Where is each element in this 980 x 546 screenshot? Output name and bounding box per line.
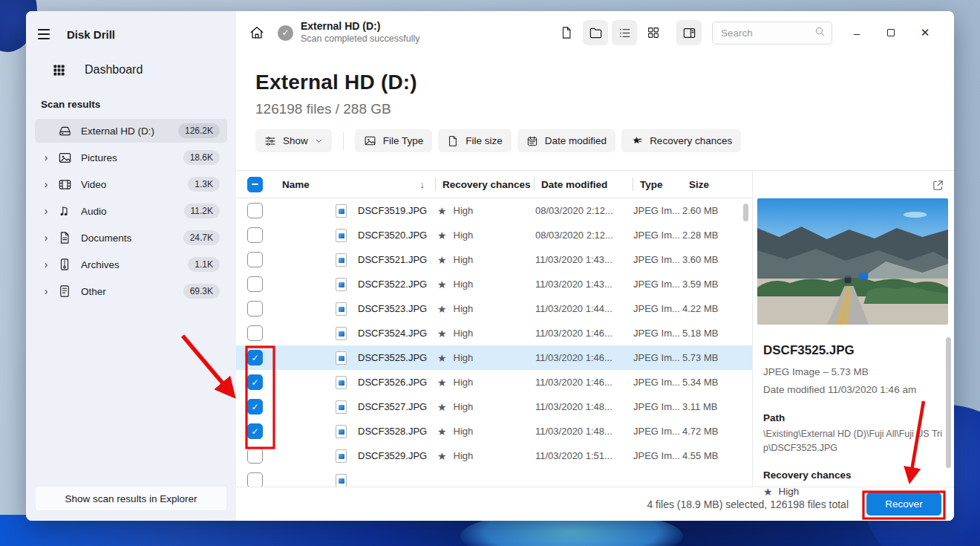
column-recovery[interactable]: Recovery chances (436, 179, 534, 190)
sidebar-item-video[interactable]: › Video 1.3K (35, 172, 227, 196)
table-row[interactable]: DSCF3522.JPG ★ High 11/03/2020 1:43... J… (236, 272, 752, 296)
chevron-right-icon[interactable]: › (38, 152, 54, 163)
close-button[interactable]: ✕ (908, 19, 942, 46)
sidebar-header: Disk Drill (26, 11, 236, 57)
row-checkbox[interactable]: ✓ (247, 374, 263, 390)
show-in-explorer-button[interactable]: Show scan results in Explorer (35, 486, 227, 511)
preview-filename: DSCF3525.JPG (763, 343, 954, 358)
star-icon: ★ (437, 279, 447, 290)
row-checkbox[interactable] (247, 227, 263, 243)
table-row[interactable]: ✓ DSCF3526.JPG ★ High 11/03/2020 1:46...… (236, 370, 752, 394)
open-external-icon[interactable] (932, 179, 944, 195)
count-badge: 24.7K (183, 230, 220, 245)
jpeg-file-icon (336, 204, 347, 218)
topbar-title: External HD (D:) (301, 20, 420, 33)
star-icon: ★ (437, 328, 447, 339)
chevron-down-icon (315, 137, 323, 145)
row-checkbox[interactable] (247, 448, 263, 464)
preview-scrollbar[interactable] (946, 337, 951, 468)
table-row[interactable]: DSCF3529.JPG ★ High 11/03/2020 1:51... J… (236, 443, 752, 468)
table-row[interactable]: DSCF3524.JPG ★ High 11/03/2020 1:46... J… (236, 321, 752, 345)
date-modified-value: 11/03/2020 1:51... (535, 450, 633, 461)
file-size-filter-button[interactable]: File size (438, 129, 512, 152)
scan-results-heading: Scan results (41, 99, 236, 110)
date-modified-filter-button[interactable]: Date modified (517, 129, 615, 152)
recovery-value: High (454, 328, 474, 339)
jpeg-file-icon (336, 425, 347, 438)
column-name[interactable]: Name (282, 179, 310, 190)
topbar-subtitle: Scan completed successfully (301, 33, 420, 45)
row-checkbox[interactable]: ✓ (247, 399, 263, 415)
sort-descending-icon[interactable]: ↓ (420, 179, 436, 190)
drive-icon (57, 123, 72, 138)
jpeg-file-icon (336, 302, 347, 316)
chevron-right-icon[interactable]: › (38, 178, 54, 190)
row-checkbox[interactable] (247, 325, 263, 341)
minimize-button[interactable]: – (840, 19, 874, 46)
file-name: DSCF3520.JPG (358, 230, 427, 241)
size-value: 3.11 MB (682, 401, 752, 412)
search-input[interactable] (721, 27, 814, 39)
search-box[interactable] (712, 22, 832, 45)
file-type-filter-button[interactable]: File Type (355, 129, 433, 152)
sidebar-item-dashboard[interactable]: Dashboard (35, 57, 227, 82)
chevron-right-icon[interactable]: › (38, 259, 54, 270)
sidebar-item-audio[interactable]: › Audio 11.2K (35, 199, 227, 223)
column-type[interactable]: Type (633, 179, 682, 190)
chevron-right-icon[interactable]: › (38, 232, 54, 244)
star-icon: ★ (437, 254, 447, 266)
type-value: JPEG Im... (633, 205, 682, 216)
select-all-checkbox[interactable] (247, 177, 263, 192)
sidebar-item-pictures[interactable]: › Pictures 18.6K (35, 146, 227, 169)
size-value: 4.55 MB (682, 450, 752, 461)
row-checkbox[interactable] (247, 203, 263, 218)
row-checkbox[interactable]: ✓ (247, 423, 263, 439)
table-row[interactable]: DSCF3523.JPG ★ High 11/03/2020 1:44... J… (236, 296, 752, 321)
sidebar-item-external-hd[interactable]: External HD (D:) 126.2K (35, 119, 227, 143)
file-name: DSCF3522.JPG (358, 279, 427, 290)
table-row[interactable]: DSCF3519.JPG ★ High 08/03/2020 2:12... J… (236, 198, 752, 223)
show-filter-button[interactable]: Show (255, 129, 332, 152)
sidebar-item-archives[interactable]: › Archives 1.1K (35, 253, 227, 276)
main-area: ✓ External HD (D:) Scan completed succes… (236, 11, 954, 521)
sidebar: Disk Drill Dashboard Scan results Extern… (26, 11, 236, 521)
table-row[interactable]: ✓ DSCF3525.JPG ★ High 11/03/2020 1:46...… (236, 345, 752, 370)
row-checkbox[interactable]: ✓ (247, 350, 263, 365)
sidebar-item-other[interactable]: › Other 69.3K (35, 279, 227, 303)
table-row[interactable] (236, 468, 752, 487)
list-view-button[interactable] (612, 20, 637, 45)
chevron-right-icon[interactable]: › (38, 205, 54, 217)
table-row[interactable]: DSCF3521.JPG ★ High 11/03/2020 1:43... J… (236, 247, 752, 272)
recovery-value: High (454, 254, 474, 265)
chevron-right-icon[interactable]: › (38, 285, 54, 297)
file-name: DSCF3529.JPG (358, 450, 427, 461)
recovery-value: High (454, 279, 474, 290)
table-scrollbar[interactable] (743, 204, 748, 221)
table-row[interactable]: DSCF3520.JPG ★ High 08/03/2020 2:12... J… (236, 223, 752, 247)
type-value: JPEG Im... (633, 377, 682, 388)
preview-meta: JPEG Image – 5.73 MB (763, 366, 954, 377)
star-icon: ★ (437, 230, 447, 241)
folder-view-button[interactable] (583, 20, 608, 45)
row-checkbox[interactable] (247, 301, 263, 316)
pictures-icon (57, 150, 72, 165)
hamburger-menu-icon[interactable] (36, 25, 51, 44)
row-checkbox[interactable] (247, 276, 263, 292)
maximize-button[interactable] (874, 19, 908, 46)
table-row[interactable]: ✓ DSCF3527.JPG ★ High 11/03/2020 1:48...… (236, 394, 752, 419)
row-checkbox[interactable] (247, 252, 263, 267)
files-summary: 126198 files / 288 GB (255, 101, 954, 117)
column-date[interactable]: Date modified (535, 179, 633, 190)
preview-panel-toggle-button[interactable] (676, 20, 702, 45)
jpeg-file-icon (336, 474, 347, 487)
home-icon[interactable] (249, 25, 265, 41)
table-row[interactable]: ✓ DSCF3528.JPG ★ High 11/03/2020 1:48...… (236, 419, 752, 443)
jpeg-file-icon (336, 253, 347, 267)
row-checkbox[interactable] (247, 472, 263, 487)
recovery-value: High (454, 352, 474, 363)
recovery-chances-filter-button[interactable]: Recovery chances (621, 129, 741, 152)
new-file-view-button[interactable] (554, 20, 579, 45)
column-size[interactable]: Size (682, 179, 752, 190)
sidebar-item-documents[interactable]: › Documents 24.7K (35, 226, 227, 250)
grid-view-button[interactable] (641, 20, 666, 45)
